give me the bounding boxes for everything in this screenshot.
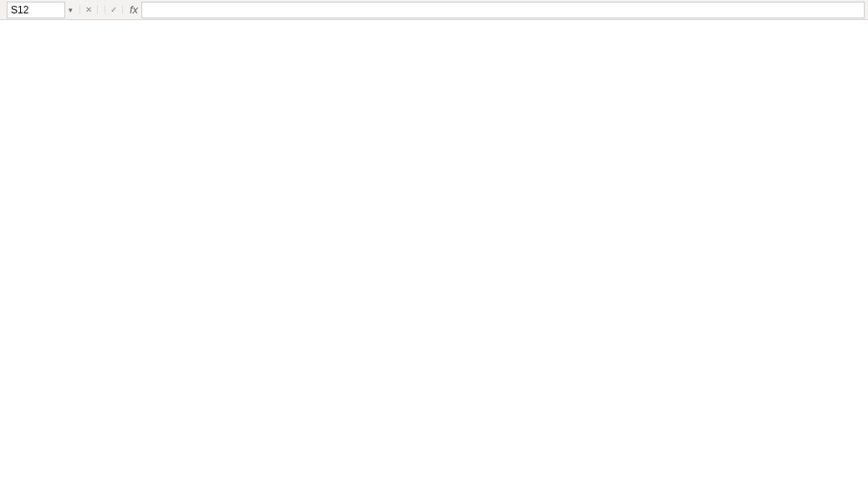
name-box-dropdown-icon[interactable]: ▾ <box>65 6 76 14</box>
formula-input[interactable] <box>141 2 865 18</box>
confirm-formula-icon[interactable]: ✓ <box>105 5 123 14</box>
cancel-formula-icon[interactable]: ✕ <box>79 5 98 14</box>
fx-icon[interactable]: fx <box>126 3 141 16</box>
name-box[interactable] <box>7 2 65 18</box>
formula-bar-row: ▾ ✕ ✓ fx <box>0 0 868 20</box>
